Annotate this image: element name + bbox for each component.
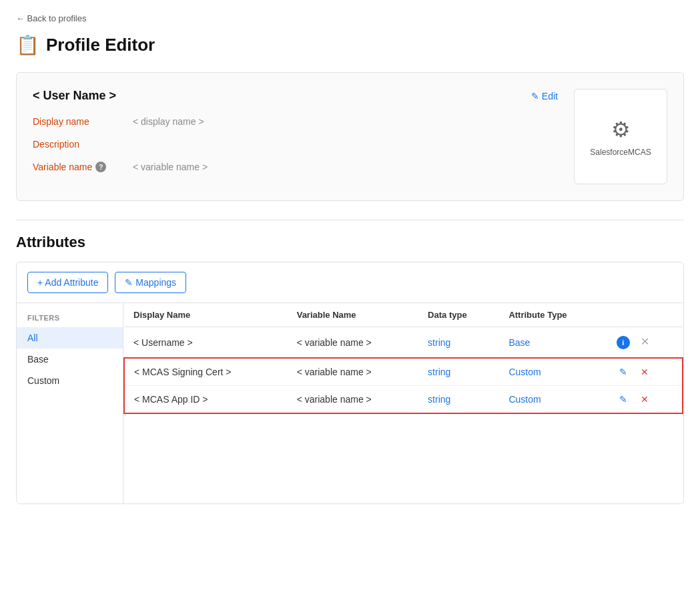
profile-name: < User Name > <box>33 89 116 103</box>
attributes-toolbar: + Add Attribute ✎ Mappings <box>17 262 683 303</box>
page-title-row: 📋 Profile Editor <box>16 34 684 56</box>
cell-display-name: < MCAS Signing Cert > <box>124 358 288 386</box>
data-type-link[interactable]: string <box>428 337 450 348</box>
page-title: Profile Editor <box>46 35 155 55</box>
display-name-row: Display name < display name > <box>33 116 558 127</box>
col-display-name: Display Name <box>124 303 288 327</box>
filters-sidebar: FILTERS All Base Custom <box>17 303 123 503</box>
delete-icon[interactable]: ✕ <box>638 367 651 377</box>
data-type-link[interactable]: string <box>428 394 450 405</box>
attributes-table: Display Name Variable Name Data type Att… <box>123 303 683 414</box>
cell-data-type: string <box>418 358 499 386</box>
variable-name-help-icon[interactable]: ? <box>95 162 106 172</box>
edit-icon[interactable]: ✎ <box>617 367 630 377</box>
table-row: < Username > < variable name > string Ba… <box>124 327 683 359</box>
description-row: Description <box>33 139 558 150</box>
filters-label: FILTERS <box>17 311 123 327</box>
variable-name-label: Variable name ? <box>33 162 133 172</box>
add-attribute-button[interactable]: + Add Attribute <box>27 272 108 293</box>
page-title-icon: 📋 <box>16 34 39 56</box>
gear-icon: ⚙ <box>611 117 631 142</box>
variable-name-row: Variable name ? < variable name > <box>33 162 558 172</box>
col-variable-name: Variable Name <box>288 303 418 327</box>
table-row: < MCAS App ID > < variable name > string… <box>124 386 683 414</box>
profile-info: < User Name > ✎ Edit Display name < disp… <box>33 89 558 184</box>
app-name: SalesforceMCAS <box>590 148 651 157</box>
edit-button[interactable]: ✎ Edit <box>531 91 558 101</box>
col-actions <box>607 303 683 327</box>
attributes-section-title: Attributes <box>16 234 684 251</box>
description-label: Description <box>33 139 133 150</box>
attribute-type-value: Custom <box>508 394 541 405</box>
edit-icon[interactable]: ✎ <box>617 394 630 405</box>
data-type-link[interactable]: string <box>428 367 450 377</box>
filter-item-custom[interactable]: Custom <box>17 370 123 391</box>
cell-data-type: string <box>418 327 499 359</box>
cell-display-name: < MCAS App ID > <box>124 386 288 414</box>
section-divider <box>16 220 684 220</box>
app-card: ⚙ SalesforceMCAS <box>574 89 667 184</box>
profile-name-row: < User Name > ✎ Edit <box>33 89 558 103</box>
attributes-table-area: Display Name Variable Name Data type Att… <box>123 303 683 503</box>
cell-variable-name: < variable name > <box>288 327 418 359</box>
info-icon[interactable]: i <box>617 336 630 349</box>
col-data-type: Data type <box>418 303 499 327</box>
table-header-row: Display Name Variable Name Data type Att… <box>124 303 683 327</box>
display-name-label: Display name <box>33 116 133 127</box>
attribute-type-value: Base <box>508 337 530 348</box>
cell-actions: ✎ ✕ <box>607 358 683 386</box>
delete-icon[interactable]: ✕ <box>638 394 651 405</box>
cell-variable-name: < variable name > <box>288 358 418 386</box>
cell-actions: i ✕ <box>607 327 683 359</box>
col-attribute-type: Attribute Type <box>499 303 607 327</box>
cell-data-type: string <box>418 386 499 414</box>
cell-actions: ✎ ✕ <box>607 386 683 414</box>
attributes-body: FILTERS All Base Custom Display Name Var… <box>17 303 683 503</box>
mappings-button[interactable]: ✎ Mappings <box>115 272 186 293</box>
filter-item-base[interactable]: Base <box>17 349 123 370</box>
attribute-type-value: Custom <box>508 367 541 377</box>
attributes-panel: + Add Attribute ✎ Mappings FILTERS All B… <box>16 262 684 504</box>
cell-display-name: < Username > <box>124 327 288 359</box>
profile-card: < User Name > ✎ Edit Display name < disp… <box>16 72 684 201</box>
page-container: ← Back to profiles 📋 Profile Editor < Us… <box>0 0 700 613</box>
cell-variable-name: < variable name > <box>288 386 418 414</box>
cell-attribute-type: Custom <box>499 358 607 386</box>
variable-name-value: < variable name > <box>133 162 208 172</box>
table-row: < MCAS Signing Cert > < variable name > … <box>124 358 683 386</box>
display-name-value: < display name > <box>133 116 204 127</box>
close-icon[interactable]: ✕ <box>638 336 652 347</box>
cell-attribute-type: Custom <box>499 386 607 414</box>
back-to-profiles-link[interactable]: ← Back to profiles <box>16 13 684 23</box>
cell-attribute-type: Base <box>499 327 607 359</box>
filter-item-all[interactable]: All <box>17 327 123 349</box>
